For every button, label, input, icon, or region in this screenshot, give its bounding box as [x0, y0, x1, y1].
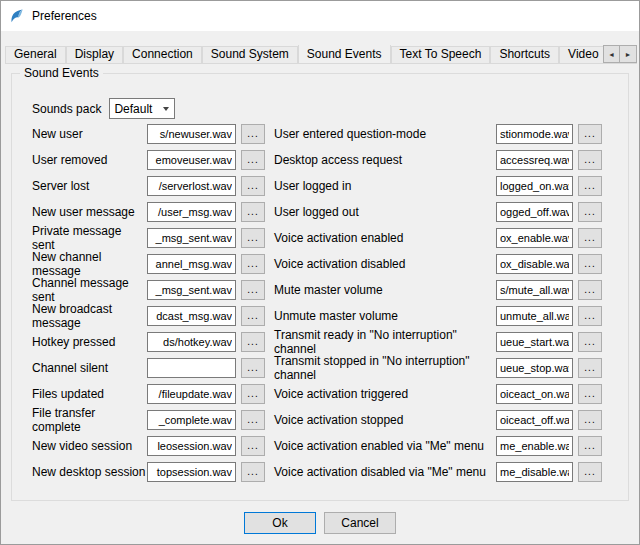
sound-event-row: New desktop session ...: [32, 462, 265, 482]
sound-file-input[interactable]: [496, 358, 573, 378]
browse-button[interactable]: ...: [241, 280, 265, 300]
sound-file-input[interactable]: [496, 202, 573, 222]
tab-display[interactable]: Display: [66, 46, 123, 63]
sound-file-input[interactable]: [147, 306, 236, 326]
tab-video[interactable]: Video: [559, 46, 603, 63]
sound-file-input[interactable]: [496, 384, 573, 404]
sound-file-input[interactable]: [147, 358, 236, 378]
tab-strip-divider: [5, 63, 637, 64]
browse-button[interactable]: ...: [578, 358, 602, 378]
dialog-buttons: Ok Cancel: [1, 512, 639, 534]
sound-event-row: Desktop access request ...: [274, 150, 602, 170]
sound-event-label: New user: [32, 127, 147, 141]
browse-button[interactable]: ...: [241, 332, 265, 352]
browse-button[interactable]: ...: [578, 462, 602, 482]
tab-text-to-speech[interactable]: Text To Speech: [391, 46, 491, 63]
sound-file-input[interactable]: [496, 306, 573, 326]
group-title: Sound Events: [20, 66, 103, 80]
sound-event-row: User logged out ...: [274, 202, 602, 222]
sound-file-input[interactable]: [496, 150, 573, 170]
browse-button[interactable]: ...: [578, 228, 602, 248]
browse-button[interactable]: ...: [578, 176, 602, 196]
browse-button[interactable]: ...: [578, 150, 602, 170]
sound-file-input[interactable]: [147, 228, 236, 248]
sound-file-input[interactable]: [496, 410, 573, 430]
browse-button[interactable]: ...: [241, 410, 265, 430]
title-bar: Preferences: [1, 1, 639, 31]
tab-scroll-left-button[interactable]: ◄: [603, 45, 620, 63]
browse-button[interactable]: ...: [578, 280, 602, 300]
sound-event-row: Transmit ready in "No interruption" chan…: [274, 332, 602, 352]
tabs-viewport: GeneralDisplayConnectionSound SystemSoun…: [5, 45, 603, 63]
sounds-pack-value: Default: [110, 102, 158, 116]
browse-button[interactable]: ...: [578, 124, 602, 144]
sound-event-row: Voice activation enabled ...: [274, 228, 602, 248]
sound-event-row: New channel message ...: [32, 254, 265, 274]
sound-event-label: Desktop access request: [274, 153, 496, 167]
browse-button[interactable]: ...: [578, 332, 602, 352]
sound-file-input[interactable]: [147, 384, 236, 404]
tab-scroll-right-button[interactable]: ►: [620, 45, 637, 63]
sound-event-row: New user message ...: [32, 202, 265, 222]
browse-button[interactable]: ...: [241, 254, 265, 274]
sound-file-input[interactable]: [496, 254, 573, 274]
sound-event-row: Transmit stopped in "No interruption" ch…: [274, 358, 602, 378]
sound-file-input[interactable]: [496, 176, 573, 196]
browse-button[interactable]: ...: [241, 202, 265, 222]
sound-file-input[interactable]: [147, 332, 236, 352]
sound-event-row: User logged in ...: [274, 176, 602, 196]
sound-event-label: New user message: [32, 205, 147, 219]
tab-sound-events[interactable]: Sound Events: [298, 45, 391, 63]
sound-file-input[interactable]: [147, 176, 236, 196]
browse-button[interactable]: ...: [241, 358, 265, 378]
sound-event-label: Channel message sent: [32, 276, 147, 304]
tab-shortcuts[interactable]: Shortcuts: [490, 46, 559, 63]
tab-label: Sound System: [211, 47, 289, 61]
sound-file-input[interactable]: [496, 124, 573, 144]
browse-button[interactable]: ...: [241, 462, 265, 482]
ok-button[interactable]: Ok: [244, 512, 316, 534]
sound-event-row: Files updated ...: [32, 384, 265, 404]
tab-sound-system[interactable]: Sound System: [202, 46, 298, 63]
browse-button[interactable]: ...: [241, 306, 265, 326]
sound-event-label: File transfer complete: [32, 406, 147, 434]
sound-file-input[interactable]: [147, 280, 236, 300]
sound-file-input[interactable]: [496, 462, 573, 482]
sound-file-input[interactable]: [147, 410, 236, 430]
sound-event-row: Server lost ...: [32, 176, 265, 196]
tab-connection[interactable]: Connection: [123, 46, 202, 63]
sound-file-input[interactable]: [147, 124, 236, 144]
sound-event-label: New desktop session: [32, 465, 147, 479]
sound-event-row: New broadcast message ...: [32, 306, 265, 326]
sound-event-row: Voice activation triggered ...: [274, 384, 602, 404]
browse-button[interactable]: ...: [578, 410, 602, 430]
sound-file-input[interactable]: [147, 202, 236, 222]
sound-file-input[interactable]: [147, 462, 236, 482]
sound-event-label: New broadcast message: [32, 302, 147, 330]
sound-file-input[interactable]: [147, 150, 236, 170]
browse-button[interactable]: ...: [241, 384, 265, 404]
sound-event-label: User entered question-mode: [274, 127, 496, 141]
tab-label: Display: [75, 47, 114, 61]
browse-button[interactable]: ...: [241, 150, 265, 170]
browse-button[interactable]: ...: [241, 176, 265, 196]
browse-button[interactable]: ...: [578, 436, 602, 456]
sounds-pack-select[interactable]: Default: [109, 98, 175, 119]
sound-file-input[interactable]: [496, 228, 573, 248]
browse-button[interactable]: ...: [241, 228, 265, 248]
sound-file-input[interactable]: [496, 436, 573, 456]
browse-button[interactable]: ...: [241, 436, 265, 456]
sound-file-input[interactable]: [496, 332, 573, 352]
browse-button[interactable]: ...: [578, 202, 602, 222]
browse-button[interactable]: ...: [578, 384, 602, 404]
browse-button[interactable]: ...: [578, 254, 602, 274]
sound-event-label: New channel message: [32, 250, 147, 278]
sound-file-input[interactable]: [147, 254, 236, 274]
sound-file-input[interactable]: [147, 436, 236, 456]
sound-file-input[interactable]: [496, 280, 573, 300]
browse-button[interactable]: ...: [578, 306, 602, 326]
sound-event-label: Voice activation disabled via "Me" menu: [274, 465, 496, 479]
tab-general[interactable]: General: [5, 46, 66, 63]
browse-button[interactable]: ...: [241, 124, 265, 144]
cancel-button[interactable]: Cancel: [324, 512, 396, 534]
